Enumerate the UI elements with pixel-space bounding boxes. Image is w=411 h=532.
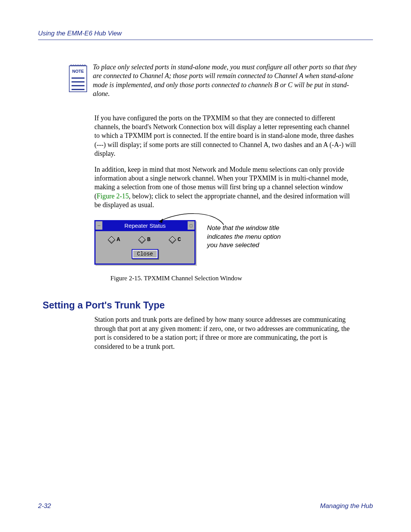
figure-caption: Figure 2-15. TPXMIM Channel Selection Wi… <box>94 275 373 282</box>
radio-option-c[interactable]: C <box>170 236 181 243</box>
note-block: NOTE To place only selected ports in sta… <box>68 63 358 99</box>
note-text: To place only selected ports in stand-al… <box>93 63 358 99</box>
radio-option-b[interactable]: B <box>139 236 150 243</box>
figure-link[interactable]: Figure 2-15 <box>97 192 129 200</box>
section-heading: Setting a Port's Trunk Type <box>43 300 373 311</box>
radio-label: C <box>177 236 181 243</box>
para2-post: , below); click to select the appropriat… <box>94 192 350 209</box>
radio-label: A <box>116 236 120 243</box>
note-label: NOTE <box>72 69 84 73</box>
body-paragraph-1: If you have configured the ports on the … <box>94 114 356 158</box>
annotation-arrow <box>155 209 231 228</box>
radio-label: B <box>147 236 150 243</box>
svg-marker-6 <box>159 219 163 223</box>
running-head: Using the EMM-E6 Hub View <box>38 30 373 37</box>
body-paragraph-2: In addition, keep in mind that most Netw… <box>94 165 356 210</box>
close-button[interactable]: Close <box>132 249 158 259</box>
chapter-title: Managing the Hub <box>320 502 373 510</box>
diamond-icon <box>108 236 116 244</box>
notepad-icon: NOTE <box>68 63 88 93</box>
diamond-icon <box>169 236 177 244</box>
radio-option-a[interactable]: A <box>109 236 120 243</box>
body-paragraph-3: Station ports and trunk ports are define… <box>94 315 356 351</box>
window-menu-icon[interactable]: — <box>96 221 103 230</box>
page-number: 2-32 <box>38 502 51 510</box>
header-rule <box>38 40 373 40</box>
diamond-icon <box>139 236 146 244</box>
